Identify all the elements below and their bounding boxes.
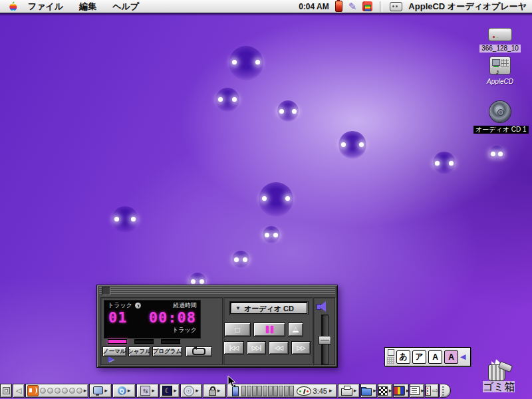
audio-cd-label: オーディオ CD 1 bbox=[473, 126, 529, 134]
sleep-module[interactable]: ☾▸ bbox=[160, 384, 180, 398]
sound-source-module[interactable]: ⇨ bbox=[425, 384, 439, 398]
orb-highlight-icon bbox=[359, 142, 364, 147]
strip-collapse-button[interactable] bbox=[0, 384, 12, 398]
next-track-button[interactable]: ▷▷| bbox=[247, 341, 266, 354]
orb-highlight-icon bbox=[262, 196, 267, 201]
music-note-icon: ♪ bbox=[495, 67, 499, 76]
battery-module[interactable]: 3:45▸ bbox=[227, 384, 337, 398]
module-expand-arrow-icon: ▸ bbox=[329, 388, 332, 394]
lcd-elapsed-label[interactable]: 経過時間 bbox=[173, 302, 197, 309]
folder-module[interactable]: ▸ bbox=[360, 384, 377, 398]
menu-bar-right: 0:04 AM ✎ AppleCD オーディオプレーヤ bbox=[299, 1, 527, 13]
color-app-icon[interactable] bbox=[362, 1, 372, 11]
battery-icon[interactable] bbox=[335, 1, 342, 12]
security-module[interactable]: ▸ bbox=[203, 384, 226, 398]
palette-handle[interactable] bbox=[386, 349, 395, 365]
cd-module[interactable]: ▸ bbox=[180, 384, 202, 398]
prev-track-button[interactable]: |◁◁ bbox=[223, 341, 244, 354]
orb-highlight-icon bbox=[232, 60, 237, 65]
pause-icon bbox=[266, 326, 269, 333]
strip-end-tab[interactable] bbox=[440, 384, 451, 398]
orb-highlight-icon bbox=[200, 279, 204, 284]
menu-item-2[interactable]: 編集 bbox=[79, 1, 96, 13]
speaker-icon bbox=[317, 301, 327, 311]
eject-button[interactable]: △ bbox=[288, 323, 303, 336]
normal-button[interactable]: ノーマル bbox=[102, 346, 126, 356]
strip-scroll-left[interactable]: ◁ bbox=[13, 384, 25, 398]
fast-forward-button[interactable]: ▷▷ bbox=[291, 341, 311, 354]
module-expand-arrow-icon: ▸ bbox=[373, 388, 376, 394]
orb-highlight-icon bbox=[232, 97, 237, 102]
orb-highlight-icon bbox=[292, 109, 297, 114]
orb-highlight-icon bbox=[265, 233, 269, 237]
input-mode-button-4[interactable]: A bbox=[444, 350, 458, 364]
desktop-icon-hard-drive[interactable]: 366_128_10 bbox=[473, 28, 527, 53]
eject-icon: △ bbox=[293, 327, 297, 331]
wallpaper-orb bbox=[259, 182, 293, 217]
desktop-icon-audio-cd[interactable]: オーディオ CD 1 bbox=[473, 101, 527, 134]
stop-button[interactable]: □ bbox=[224, 323, 251, 336]
orb-highlight-icon bbox=[449, 161, 454, 166]
desktop-icon-applecd-app[interactable]: ♪ AppleCD bbox=[473, 57, 527, 86]
monitor-icon bbox=[93, 386, 103, 394]
volume-dot bbox=[76, 388, 82, 394]
orb-highlight-icon bbox=[131, 217, 136, 221]
module-expand-arrow-icon: ▸ bbox=[406, 388, 410, 394]
wallpaper-orb bbox=[338, 131, 366, 159]
cd-icon bbox=[184, 386, 194, 396]
menu-divider bbox=[380, 1, 382, 12]
web-module[interactable]: Q▸ bbox=[112, 384, 136, 398]
module-expand-arrow-icon: ▸ bbox=[421, 388, 424, 394]
orb-highlight-icon bbox=[435, 161, 440, 166]
shuffle-button[interactable]: シャフル bbox=[128, 346, 150, 356]
menu-item-3[interactable]: ヘルプ bbox=[112, 1, 139, 13]
app-switcher-module[interactable]: ▸ bbox=[410, 384, 424, 398]
application-menu-label[interactable]: AppleCD オーディオプレーヤ bbox=[408, 1, 527, 13]
input-mode-button-2[interactable]: ア bbox=[412, 350, 426, 364]
desktop-pattern-module[interactable]: ▸ bbox=[378, 384, 392, 398]
menu-item-1[interactable]: ファイル bbox=[28, 1, 63, 13]
mode-indicator-light bbox=[108, 339, 127, 344]
trash-icon bbox=[485, 359, 512, 380]
palette-collapse-icon[interactable]: ◀ bbox=[460, 353, 466, 360]
apple-menu-icon[interactable] bbox=[8, 1, 17, 11]
rewind-button[interactable]: ◁◁ bbox=[269, 341, 289, 354]
program-button[interactable]: プログラム bbox=[152, 346, 182, 356]
cd-player-app-icon[interactable] bbox=[390, 2, 402, 11]
wallpaper-orb bbox=[433, 152, 456, 174]
expand-tracklist-button[interactable]: ▶ bbox=[108, 355, 114, 362]
source-dropdown-label: オーディオ CD bbox=[244, 304, 294, 314]
file-sharing-module[interactable]: ⇆▸ bbox=[136, 384, 159, 398]
pencil-input-menu-icon[interactable]: ✎ bbox=[348, 1, 357, 11]
input-mode-button-3[interactable]: A bbox=[428, 350, 442, 364]
window-close-button[interactable] bbox=[102, 287, 110, 295]
palette-drag-texture bbox=[387, 357, 394, 364]
orb-highlight-icon bbox=[234, 257, 239, 262]
dropdown-triangle-icon: ▼ bbox=[235, 306, 241, 311]
pause-button[interactable] bbox=[253, 323, 285, 336]
palette-close-button[interactable] bbox=[388, 349, 394, 356]
hard-drive-label: 366_128_10 bbox=[479, 45, 521, 53]
module-expand-arrow-icon: ▸ bbox=[152, 388, 155, 394]
source-dropdown[interactable]: ▼ オーディオ CD bbox=[229, 301, 309, 315]
clock-icon[interactable] bbox=[135, 303, 141, 309]
module-expand-arrow-icon: ▸ bbox=[174, 388, 177, 394]
volume-module[interactable]: ▸ bbox=[25, 384, 88, 398]
menu-clock[interactable]: 0:04 AM bbox=[299, 2, 329, 11]
trash[interactable]: ゴミ箱 bbox=[477, 359, 520, 394]
printer-icon bbox=[341, 388, 352, 396]
printer-module[interactable]: ▸ bbox=[338, 384, 360, 398]
volume-slider-thumb[interactable] bbox=[319, 336, 331, 344]
wallpaper-orb bbox=[489, 146, 504, 160]
orb-highlight-icon bbox=[279, 109, 284, 114]
wallpaper-orb bbox=[215, 88, 239, 112]
color-depth-module[interactable]: ▸ bbox=[393, 384, 409, 398]
input-mode-button-1[interactable]: あ bbox=[396, 350, 410, 364]
monitor-resolution-module[interactable]: ▸ bbox=[89, 384, 112, 398]
sharing-icon: ⇆ bbox=[140, 386, 150, 396]
minidots-icon bbox=[426, 386, 431, 396]
repeat-button[interactable] bbox=[186, 346, 212, 356]
window-title-bar[interactable] bbox=[99, 287, 335, 295]
palette-buttons: あアAA bbox=[396, 350, 458, 364]
lcd-track-label: トラック bbox=[108, 302, 132, 309]
